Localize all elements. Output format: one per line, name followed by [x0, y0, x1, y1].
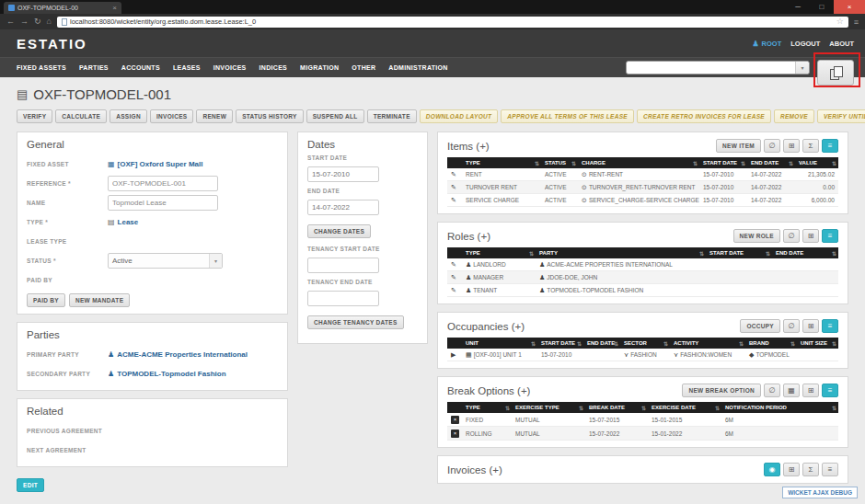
menu-item-invoices[interactable]: INVOICES: [213, 64, 247, 71]
occ-unit-header[interactable]: UNIT: [462, 338, 537, 349]
back-icon[interactable]: ←: [6, 17, 15, 26]
pencil-icon[interactable]: ✎: [451, 261, 456, 268]
export-button[interactable]: ⊞: [802, 319, 819, 333]
renew-button[interactable]: RENEW: [196, 109, 233, 123]
hide-button[interactable]: ∅: [783, 229, 800, 243]
list-view-button[interactable]: ≡: [822, 139, 838, 153]
type-link[interactable]: Lease: [118, 218, 139, 226]
search-input[interactable]: [627, 62, 795, 74]
calculate-button[interactable]: CALCULATE: [55, 109, 107, 123]
start-date-field[interactable]: [307, 166, 379, 182]
break-exercise-date-header[interactable]: EXERCISE DATE: [648, 402, 721, 413]
change-tenancy-dates-button[interactable]: CHANGE TENANCY DATES: [307, 315, 404, 329]
end-date-field[interactable]: [307, 200, 379, 215]
url-bar[interactable]: localhost:8080/wicket/entity/org.estatio…: [57, 17, 848, 28]
about-link[interactable]: ABOUT: [829, 40, 854, 48]
list-view-button[interactable]: ≡: [822, 319, 838, 333]
occupy-button[interactable]: OCCUPY: [740, 319, 780, 333]
occ-start-date-header[interactable]: START DATE: [537, 338, 583, 349]
new-mandate-button[interactable]: NEW MANDATE: [69, 293, 130, 307]
menu-item-administration[interactable]: ADMINISTRATION: [388, 64, 447, 71]
fixed-asset-link[interactable]: [OXF] Oxford Super Mall: [118, 160, 203, 168]
window-minimize-icon[interactable]: ─: [786, 0, 810, 14]
approve-all-terms-button[interactable]: APPROVE ALL TERMS OF THIS LEASE: [501, 109, 634, 123]
primary-party-link[interactable]: ACME-ACME Properties International: [117, 350, 248, 359]
tenancy-end-date-field[interactable]: [307, 291, 379, 306]
paid-by-button[interactable]: PAID BY: [27, 293, 65, 307]
items-type-header[interactable]: TYPE: [462, 157, 541, 168]
status-select[interactable]: Active▾: [108, 253, 223, 269]
window-close-icon[interactable]: ×: [834, 0, 865, 14]
items-value-header[interactable]: VALUE: [795, 157, 838, 168]
terminate-button[interactable]: TERMINATE: [367, 109, 417, 123]
wicket-ajax-debug-link[interactable]: WICKET AJAX DEBUG: [782, 487, 858, 498]
logout-link[interactable]: LOGOUT: [790, 40, 820, 48]
export-button[interactable]: ⊞: [783, 139, 800, 153]
chevron-down-icon[interactable]: ▾: [795, 62, 809, 74]
pencil-icon[interactable]: ✎: [451, 274, 456, 281]
occ-activity-header[interactable]: ACTIVITY: [670, 338, 745, 349]
hide-button[interactable]: ∅: [764, 384, 780, 397]
hide-button[interactable]: ∅: [764, 139, 780, 153]
new-item-button[interactable]: NEW ITEM: [716, 139, 761, 153]
occ-brand-header[interactable]: BRAND: [745, 338, 797, 349]
menu-item-other[interactable]: OTHER: [352, 64, 375, 71]
browser-menu-icon[interactable]: ≡: [854, 17, 859, 27]
name-field[interactable]: [108, 195, 218, 211]
occ-end-date-header[interactable]: END DATE: [583, 338, 620, 349]
break-notification-header[interactable]: NOTIFICATION PERIOD: [721, 402, 838, 413]
items-status-header[interactable]: STATUS: [541, 157, 578, 168]
calendar-button[interactable]: ▦: [783, 384, 800, 397]
menu-item-parties[interactable]: PARTIES: [79, 64, 109, 71]
change-dates-button[interactable]: CHANGE DATES: [307, 224, 371, 238]
summary-button[interactable]: Σ: [802, 139, 819, 153]
menu-item-fixed-assets[interactable]: FIXED ASSETS: [17, 64, 66, 71]
pencil-icon[interactable]: ✎: [451, 171, 456, 178]
hide-button[interactable]: ∅: [783, 319, 800, 333]
create-retro-invoices-button[interactable]: CREATE RETRO INVOICES FOR LEASE: [637, 109, 771, 123]
reference-field[interactable]: [108, 176, 218, 191]
occ-unit-size-header[interactable]: UNIT SIZE: [797, 338, 838, 349]
pencil-icon[interactable]: ✎: [451, 287, 456, 293]
menu-item-migration[interactable]: MIGRATION: [300, 64, 339, 71]
list-view-button[interactable]: ≡: [822, 384, 838, 397]
copy-layout-button[interactable]: [817, 60, 854, 86]
export-button[interactable]: ⊞: [802, 384, 819, 397]
play-icon[interactable]: ▶: [451, 351, 456, 358]
break-date-header[interactable]: BREAK DATE: [585, 402, 648, 413]
browser-tab[interactable]: OXF-TOPMODEL-00 ×: [4, 2, 121, 14]
window-maximize-icon[interactable]: □: [810, 0, 834, 14]
roles-party-header[interactable]: PARTY: [536, 247, 706, 258]
summary-button[interactable]: Σ: [802, 463, 819, 476]
status-history-button[interactable]: STATUS HISTORY: [236, 109, 304, 123]
occ-sector-header[interactable]: SECTOR: [620, 338, 670, 349]
list-view-button[interactable]: ≡: [822, 463, 838, 476]
menu-item-leases[interactable]: LEASES: [173, 64, 201, 71]
list-view-button[interactable]: ≡: [822, 229, 838, 243]
secondary-party-link[interactable]: TOPMODEL-Topmodel Fashion: [117, 370, 225, 378]
roles-type-header[interactable]: TYPE: [462, 247, 536, 258]
items-charge-header[interactable]: CHARGE: [578, 157, 699, 168]
refresh-icon[interactable]: ↻: [34, 17, 41, 26]
forward-icon[interactable]: →: [20, 17, 29, 26]
verify-button[interactable]: VERIFY: [17, 109, 52, 123]
assign-button[interactable]: ASSIGN: [110, 109, 147, 123]
menu-item-accounts[interactable]: ACCOUNTS: [121, 64, 160, 71]
new-break-option-button[interactable]: NEW BREAK OPTION: [682, 384, 761, 397]
items-start-date-header[interactable]: START DATE: [699, 157, 747, 168]
user-menu[interactable]: ♟ROOT: [752, 40, 781, 48]
break-exercise-type-header[interactable]: EXERCISE TYPE: [512, 402, 585, 413]
roles-end-date-header[interactable]: END DATE: [772, 247, 838, 258]
tenancy-start-date-field[interactable]: [307, 258, 379, 273]
download-layout-button[interactable]: DOWNLOAD LAYOUT: [420, 109, 499, 123]
pencil-icon[interactable]: ✎: [451, 197, 456, 203]
new-role-button[interactable]: NEW ROLE: [733, 229, 780, 243]
invoices-button[interactable]: INVOICES: [150, 109, 193, 123]
suspend-all-button[interactable]: SUSPEND ALL: [306, 109, 364, 123]
items-end-date-header[interactable]: END DATE: [747, 157, 795, 168]
remove-icon[interactable]: ×: [451, 430, 459, 438]
roles-start-date-header[interactable]: START DATE: [706, 247, 772, 258]
menu-item-indices[interactable]: INDICES: [260, 64, 288, 71]
pencil-icon[interactable]: ✎: [451, 184, 456, 190]
verify-until-button[interactable]: VERIFY UNTIL: [817, 109, 865, 123]
